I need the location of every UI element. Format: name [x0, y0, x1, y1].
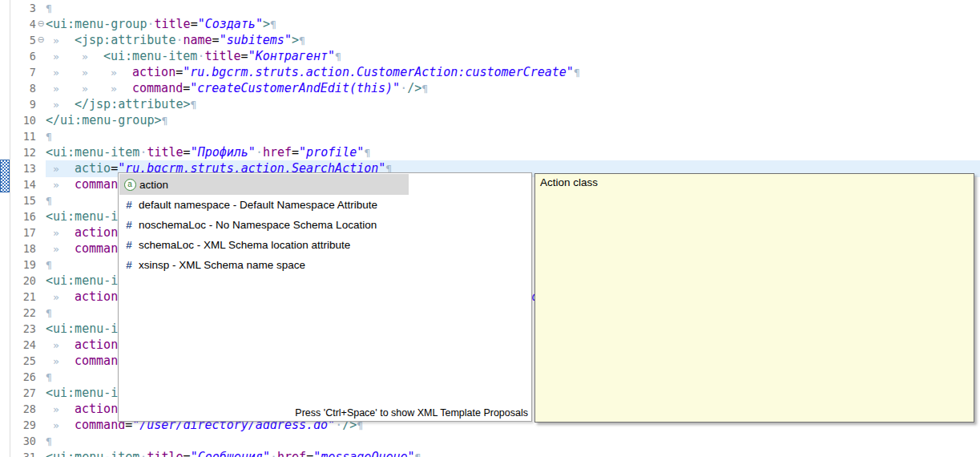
code-line[interactable]: 9»</jsp:attribute>¶	[0, 96, 980, 112]
completion-item[interactable]: #noschemaLoc - No Namespace Schema Locat…	[119, 215, 531, 235]
code-line[interactable]: 31<ui:menu-item·title="Сообщения"·href="…	[0, 449, 980, 457]
code-token-attr: name	[183, 33, 212, 47]
code-line[interactable]: 7»»»action="ru.bgcrm.struts.action.Custo…	[0, 64, 980, 80]
code-token-str: "createCustomerAndEdit(this)"	[190, 81, 400, 95]
line-number: 18	[10, 241, 36, 257]
fold-collapse-icon[interactable]: ⊖	[36, 16, 46, 31]
code-token-attr: href	[277, 450, 306, 457]
code-token-eol: ¶	[270, 18, 276, 30]
code-token-tab: »	[103, 65, 132, 81]
code-token-attr: action	[132, 65, 175, 79]
line-number: 26	[10, 369, 36, 385]
code-text: »<jsp:attribute·name="subitems">¶	[46, 32, 980, 49]
completion-item[interactable]: #xsinsp - XML Schema name space	[119, 255, 531, 275]
hash-icon: #	[126, 259, 132, 271]
code-token-eol: ¶	[46, 259, 52, 271]
code-token-eol: ¶	[421, 83, 428, 95]
code-text: »»»action="ru.bgcrm.struts.action.Custom…	[46, 64, 980, 81]
line-number: 9	[10, 96, 36, 112]
code-token-tab: »	[46, 33, 75, 49]
attribute-icon: a	[123, 179, 136, 191]
code-token-attr: action	[75, 289, 118, 304]
code-line[interactable]: 4⊖<ui:menu-group·title="Создать">¶	[0, 16, 980, 32]
code-token-eq: =	[241, 49, 248, 63]
code-line[interactable]: 5⊖»<jsp:attribute·name="subitems">¶	[0, 32, 980, 48]
hash-icon: #	[126, 239, 132, 251]
code-text: <ui:menu-item·title="Профиль"·href="prof…	[46, 144, 980, 161]
code-token-tab: »	[46, 177, 75, 193]
code-token-attr: action	[75, 338, 118, 352]
code-token-tag: </ui:menu-group>	[46, 113, 162, 127]
code-token-tag: <ui:menu-item	[103, 49, 197, 63]
code-token-attr: href	[263, 145, 292, 160]
completion-item[interactable]: #default namespace - Default Namespace A…	[119, 195, 531, 215]
code-token-eol: ¶	[162, 115, 168, 127]
code-token-eol: ¶	[299, 34, 305, 47]
proposal-info-text: Action class	[540, 176, 598, 188]
code-token-str: "messageQueue"	[313, 450, 414, 457]
code-token-eol: ¶	[191, 99, 197, 111]
code-token-eol: ¶	[574, 67, 580, 79]
line-number: 16	[10, 208, 36, 224]
code-token-tab: »	[75, 49, 103, 65]
line-number: 19	[10, 257, 36, 273]
code-token-sp: ·	[400, 81, 407, 95]
content-assist-popup[interactable]: aaction#default namespace - Default Name…	[118, 172, 532, 422]
code-text: ¶	[46, 128, 980, 145]
code-token-eol: ¶	[335, 51, 341, 63]
code-token-eq: =	[191, 17, 198, 31]
line-number: 25	[10, 353, 36, 369]
code-token-attr: comman	[75, 354, 118, 368]
code-token-sp: ·	[270, 450, 277, 457]
code-token-tag: >	[263, 17, 270, 31]
code-line[interactable]: 8»»»command="createCustomerAndEdit(this)…	[0, 80, 980, 96]
completion-item[interactable]: aaction	[119, 174, 409, 195]
code-token-tab: »	[46, 161, 75, 177]
code-token-str: "ru.bgcrm.struts.action.CustomerAction:c…	[183, 65, 574, 79]
code-token-tab: »	[75, 65, 103, 81]
completion-list[interactable]: aaction#default namespace - Default Name…	[119, 173, 531, 275]
line-number: 4	[10, 16, 36, 32]
line-number: 27	[10, 385, 36, 401]
completion-label: xsinsp - XML Schema name space	[139, 259, 305, 271]
line-number: 20	[10, 273, 36, 289]
line-number: 23	[10, 321, 36, 337]
code-token-attr: title	[147, 450, 183, 457]
code-token-eol: ¶	[46, 131, 52, 143]
code-token-tab: »	[103, 81, 132, 97]
code-token-tab: »	[46, 289, 75, 305]
line-number: 31	[10, 449, 36, 457]
hash-icon: #	[126, 199, 132, 211]
attribute-icon: a	[124, 179, 136, 191]
code-token-tab: »	[75, 81, 103, 97]
code-token-str: "Профиль"	[191, 145, 256, 160]
line-number: 29	[10, 417, 36, 433]
code-token-attr: action	[75, 225, 118, 240]
code-line[interactable]: 11¶	[0, 128, 980, 144]
code-token-tag: <ui:menu-i	[46, 273, 118, 288]
completion-label: schemaLoc - XML Schema location attribut…	[139, 239, 350, 251]
code-token-tab: »	[46, 418, 75, 434]
code-token-attr: title	[204, 49, 240, 63]
code-line[interactable]: 3¶	[0, 0, 980, 16]
code-line[interactable]: 30¶	[0, 433, 980, 449]
completion-item[interactable]: #schemaLoc - XML Schema location attribu…	[119, 235, 531, 255]
code-line[interactable]: 10</ui:menu-group>¶	[0, 112, 980, 128]
code-token-eol: ¶	[46, 371, 52, 383]
code-line[interactable]: 6»»<ui:menu-item·title="Контрагент"¶	[0, 48, 980, 64]
code-text: »»»command="createCustomerAndEdit(this)"…	[46, 80, 980, 97]
code-token-str: "Контрагент"	[248, 49, 335, 63]
code-token-tag: <ui:menu-group	[46, 17, 147, 31]
code-token-str: "profile"	[299, 145, 364, 160]
code-text: </ui:menu-group>¶	[46, 112, 980, 129]
line-number: 7	[10, 64, 36, 80]
hash-icon: #	[123, 219, 135, 231]
fold-collapse-icon[interactable]: ⊖	[36, 32, 46, 47]
completion-label: noschemaLoc - No Namespace Schema Locati…	[139, 219, 377, 231]
code-line[interactable]: 12<ui:menu-item·title="Профиль"·href="pr…	[0, 144, 980, 160]
code-token-tag: >	[292, 33, 299, 47]
code-token-attr: title	[154, 17, 190, 31]
code-token-tag: <ui:menu-i	[46, 386, 118, 400]
line-number: 6	[10, 48, 36, 64]
code-token-attrpart: actio	[75, 161, 111, 176]
